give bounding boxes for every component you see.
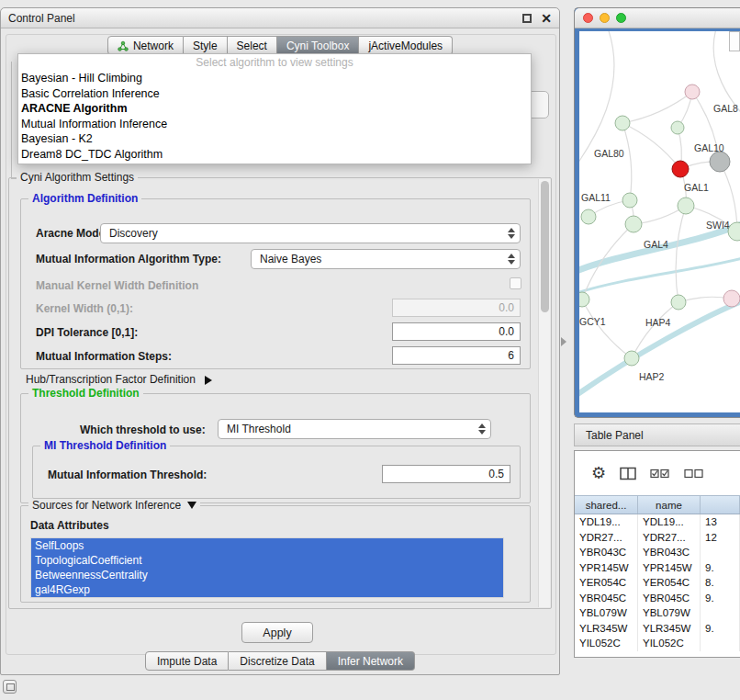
attribute-item-betweennesscentrality[interactable]: BetweennessCentrality (31, 568, 503, 582)
network-node[interactable] (615, 116, 630, 130)
algorithm-definition-group: Algorithm Definition Aracne Mode: Discov… (20, 198, 531, 369)
algorithm-option-basic-correlation-inference[interactable]: Basic Correlation Inference (18, 86, 531, 102)
control-panel-titlebar[interactable]: Control Panel ✕ (1, 8, 559, 28)
which-threshold-select[interactable]: MI Threshold (218, 419, 491, 439)
mi-algorithm-type-select[interactable]: Naive Bayes (251, 249, 521, 269)
network-window-titlebar[interactable] (575, 8, 740, 28)
attribute-item-topologicalcoefficient[interactable]: TopologicalCoefficient (31, 553, 503, 568)
table-panel-titlebar[interactable]: Table Panel (574, 423, 740, 446)
tab-cyni-toolbox[interactable]: Cyni Toolbox (277, 36, 359, 55)
expand-arrow-icon (205, 376, 212, 385)
algorithm-option-mutual-information-inference[interactable]: Mutual Information Inference (18, 117, 531, 132)
network-node[interactable] (685, 85, 700, 99)
table-cell: YIL052C (638, 636, 701, 651)
column-header[interactable] (701, 496, 740, 514)
algorithm-option-bayesian-hill-climbing[interactable]: Bayesian - Hill Climbing (18, 71, 531, 86)
network-edge[interactable] (579, 299, 740, 397)
table-cell: YBR045C (638, 591, 701, 606)
dpi-tolerance-field[interactable]: 0.0 (392, 322, 521, 341)
network-node[interactable] (671, 295, 686, 310)
settings-scrollbar-thumb[interactable] (541, 181, 549, 312)
network-node[interactable] (579, 292, 589, 307)
network-node[interactable] (671, 121, 684, 134)
network-node[interactable] (678, 198, 694, 214)
node-label: HAP2 (639, 371, 665, 382)
table-cell: 12 (701, 530, 740, 546)
sources-group-title[interactable]: Sources for Network Inference (28, 499, 200, 512)
table-row[interactable]: YDL19...YDL19...13 (575, 514, 740, 530)
network-node[interactable] (622, 193, 637, 208)
mi-steps-field[interactable]: 6 (392, 346, 521, 365)
network-edge[interactable] (632, 302, 678, 358)
close-traffic-light-icon[interactable] (583, 13, 593, 23)
which-threshold-label: Which threshold to use: (80, 423, 206, 436)
network-node[interactable] (723, 290, 740, 307)
table-row[interactable]: YER054CYER054C8. (575, 575, 740, 591)
network-edge[interactable] (582, 299, 632, 358)
node-label: GAL1 (684, 182, 709, 193)
minimize-traffic-light-icon[interactable] (600, 13, 610, 23)
apply-button[interactable]: Apply (241, 622, 313, 643)
table-row[interactable]: YBL079WYBL079W (575, 605, 740, 621)
settings-scrollbar[interactable] (538, 179, 550, 607)
network-edge[interactable] (622, 123, 632, 200)
network-edge[interactable] (676, 206, 686, 302)
network-node[interactable] (672, 161, 689, 177)
float-window-icon[interactable] (522, 14, 532, 23)
table-row[interactable]: YDR27...YDR27...12 (575, 530, 740, 546)
network-scrollbar[interactable] (729, 31, 740, 51)
table-cell: YDR27... (575, 530, 638, 546)
bottom-tab-discretize-data[interactable]: Discretize Data (229, 651, 326, 671)
table-cell: 8. (701, 575, 740, 591)
zoom-traffic-light-icon[interactable] (616, 13, 626, 23)
deselect-all-icon[interactable] (684, 468, 704, 480)
table-row[interactable]: YIL052CYIL052C (575, 636, 740, 651)
column-header[interactable]: shared... (575, 496, 638, 514)
gear-icon[interactable]: ⚙ (591, 465, 606, 481)
columns-icon[interactable] (620, 467, 636, 480)
algorithm-option-bayesian-k2[interactable]: Bayesian - K2 (18, 131, 531, 147)
column-header[interactable]: name (638, 496, 701, 514)
control-panel-tab-bar: NetworkStyleSelectCyni ToolboxjActiveMod… (1, 36, 559, 55)
table-cell: YLR345W (638, 621, 701, 637)
network-node[interactable] (710, 152, 730, 172)
manual-kernel-checkbox[interactable] (510, 277, 521, 289)
algorithm-option-dream8-dc-tdc-algorithm[interactable]: Dream8 DC_TDC Algorithm (18, 147, 531, 163)
tab-network[interactable]: Network (107, 36, 184, 55)
network-canvas[interactable]: GAL8GAL80GAL10GAL11GAL1SWI4GAL4GCY1HAP4H… (579, 31, 740, 412)
select-all-icon[interactable] (650, 468, 670, 480)
network-node[interactable] (624, 351, 639, 366)
network-node[interactable] (625, 216, 642, 232)
splitter-handle[interactable] (561, 337, 566, 346)
mi-steps-label: Mutual Information Steps: (36, 350, 172, 363)
table-row[interactable]: YPR145WYPR145W9. (575, 560, 740, 576)
tab-label: Style (193, 40, 218, 52)
bottom-tab-impute-data[interactable]: Impute Data (145, 651, 229, 671)
network-graph[interactable]: GAL8GAL80GAL10GAL11GAL1SWI4GAL4GCY1HAP4H… (579, 31, 740, 412)
close-window-icon[interactable]: ✕ (541, 12, 552, 25)
mi-threshold-label: Mutual Information Threshold: (48, 469, 207, 481)
attribute-item-gal4rgexp[interactable]: gal4RGexp (31, 582, 503, 597)
aracne-mode-select[interactable]: Discovery (100, 223, 521, 243)
tab-select[interactable]: Select (228, 36, 277, 55)
mi-threshold-field[interactable]: 0.5 (382, 465, 510, 483)
sources-group: Sources for Network Inference Data Attri… (20, 505, 531, 603)
table-body: YDL19...YDL19...13YDR27...YDR27...12YBR0… (575, 514, 740, 651)
table-row[interactable]: YBR045CYBR045C9. (575, 591, 740, 606)
attribute-item-selfloops[interactable]: SelfLoops (31, 538, 503, 553)
bottom-tab-infer-network[interactable]: Infer Network (327, 651, 415, 671)
network-node[interactable] (581, 209, 596, 224)
control-panel-title: Control Panel (8, 12, 75, 25)
table-row[interactable]: YLR345WYLR345W9. (575, 621, 740, 637)
tab-style[interactable]: Style (184, 36, 228, 55)
hub-definition-section[interactable]: Hub/Transcription Factor Definition (26, 373, 212, 386)
settings-group-title: Cyni Algorithm Settings (17, 171, 138, 184)
tab-jactivemodules[interactable]: jActiveModules (359, 36, 453, 55)
table-toolbar: ⚙ (575, 451, 740, 495)
data-attributes-list[interactable]: SelfLoopsTopologicalCoefficientBetweenne… (30, 537, 504, 598)
kernel-width-field[interactable]: 0.0 (392, 299, 521, 317)
table-row[interactable]: YBR043CYBR043C (575, 545, 740, 560)
algorithm-option-aracne-algorithm[interactable]: ARACNE Algorithm (18, 101, 531, 117)
network-edge[interactable] (622, 92, 692, 123)
minimized-panel-icon[interactable] (3, 680, 17, 694)
